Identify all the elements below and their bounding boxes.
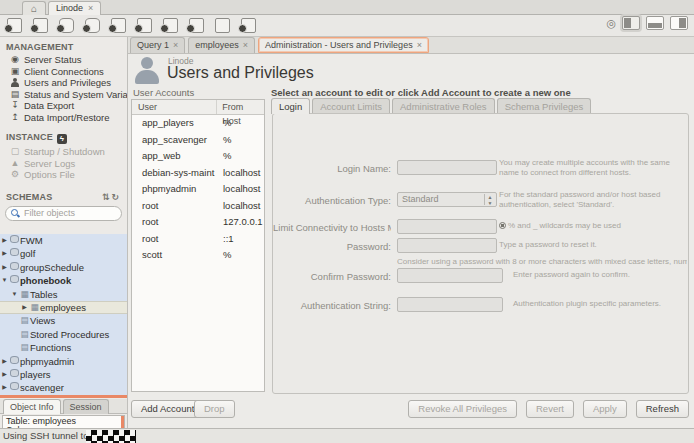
new-function-icon[interactable]: [186, 18, 203, 33]
schema-filter-input[interactable]: Filter objects: [5, 206, 122, 221]
search-table-data-icon[interactable]: [212, 18, 229, 33]
auth-string-input[interactable]: [397, 297, 503, 312]
schema-node-golf[interactable]: ▶golf: [0, 247, 127, 260]
table-row[interactable]: root::1: [132, 231, 264, 248]
table-row[interactable]: scott%: [132, 247, 264, 264]
apply-button[interactable]: Apply: [583, 400, 627, 418]
sidebar-item-status-system-variables[interactable]: ▤Status and System Variables: [0, 89, 127, 101]
tab-schema-privileges[interactable]: Schema Privileges: [497, 98, 592, 114]
chevron-down-icon[interactable]: ▼: [0, 274, 9, 287]
column-header-from-host[interactable]: From Host: [217, 100, 264, 114]
close-icon[interactable]: ×: [417, 40, 422, 50]
sidebar-item-users-and-privileges[interactable]: Users and Privileges: [0, 77, 127, 89]
spinner-icon[interactable]: ▲▼: [484, 194, 495, 205]
new-procedure-icon[interactable]: [160, 18, 177, 33]
drop-button[interactable]: Drop: [194, 400, 235, 418]
home-tab[interactable]: ⌂: [22, 1, 46, 15]
chevron-right-icon[interactable]: ▶: [0, 381, 9, 394]
refresh-schemas-icon[interactable]: ↻: [111, 192, 121, 202]
user-avatar-icon: [133, 57, 161, 85]
cell-host: %: [218, 115, 231, 132]
tab-query-1[interactable]: Query 1×: [130, 37, 185, 53]
close-icon[interactable]: ×: [173, 40, 178, 50]
chevron-right-icon[interactable]: ▶: [20, 301, 29, 314]
sidebar-item-client-connections[interactable]: ▣Client Connections: [0, 66, 127, 78]
toggle-left-sidebar-icon[interactable]: [622, 16, 640, 30]
toggle-right-sidebar-icon[interactable]: [670, 16, 688, 30]
toolbar-target-icon[interactable]: ◎: [606, 16, 616, 30]
tree-label: phonebook: [20, 274, 71, 287]
schema-node-phonebook[interactable]: ▼phonebook: [0, 274, 127, 287]
tree-node-stored-procedures[interactable]: ▤Stored Procedures: [0, 328, 127, 341]
mysql-workbench-window: ⌂ Linode× ◎ MANAGEMENT ◉Server Status ▣C…: [0, 0, 694, 443]
chevron-down-icon[interactable]: ▼: [10, 288, 19, 301]
chevron-right-icon[interactable]: ▶: [0, 355, 9, 368]
schema-icon: [10, 235, 19, 243]
reconnect-dbms-icon[interactable]: [238, 18, 255, 33]
tree-node-views[interactable]: ▤Views: [0, 314, 127, 327]
login-name-input[interactable]: [397, 160, 497, 175]
tree-node-tables[interactable]: ▼▦Tables: [0, 288, 127, 301]
tab-administration-users-privileges[interactable]: Administration - Users and Privileges×: [258, 37, 429, 53]
sidebar-item-data-export[interactable]: ↧Data Export: [0, 100, 127, 112]
tab-employees[interactable]: employees×: [188, 37, 255, 53]
auth-string-label: Authentication String:: [273, 300, 391, 311]
tree-node-functions[interactable]: ▤Functions: [0, 341, 127, 354]
cell-user: debian-sys-maint: [132, 165, 218, 182]
chevron-right-icon[interactable]: ▶: [0, 234, 9, 247]
close-icon[interactable]: ×: [88, 3, 93, 13]
table-row[interactable]: debian-sys-maintlocalhost: [132, 165, 264, 182]
schema-node-players[interactable]: ▶players: [0, 368, 127, 381]
new-table-icon[interactable]: [82, 18, 99, 33]
schema-node-groupschedule[interactable]: ▶groupSchedule: [0, 261, 127, 274]
cell-user: phpmyadmin: [132, 181, 218, 198]
table-row[interactable]: app_scavenger%: [132, 132, 264, 149]
connection-tab-linode[interactable]: Linode×: [48, 1, 101, 15]
confirm-password-input[interactable]: [397, 268, 503, 283]
cell-host: localhost: [218, 165, 261, 182]
tab-account-limits[interactable]: Account Limits: [312, 98, 390, 114]
sidebar-item-server-status[interactable]: ◉Server Status: [0, 54, 127, 66]
schema-node-fwm[interactable]: ▶FWM: [0, 234, 127, 247]
table-row[interactable]: app_players%: [132, 115, 264, 132]
chevron-right-icon[interactable]: ▶: [0, 368, 9, 381]
open-sql-script-icon[interactable]: [30, 18, 47, 33]
tree-label: Functions: [30, 341, 71, 354]
refresh-button[interactable]: Refresh: [636, 400, 689, 418]
auth-type-dropdown[interactable]: Standard▲▼: [397, 192, 497, 207]
table-row[interactable]: rootlocalhost: [132, 198, 264, 215]
login-name-label: Login Name:: [273, 163, 391, 174]
table-row[interactable]: root127.0.0.1: [132, 214, 264, 231]
schema-node-phpmyadmin[interactable]: ▶phpmyadmin: [0, 355, 127, 368]
new-query-tab-icon[interactable]: [4, 18, 21, 33]
table-row[interactable]: app_web%: [132, 148, 264, 165]
export-arrow-icon: ↧: [10, 100, 20, 112]
sidebar-splitter[interactable]: [0, 395, 127, 398]
tab-session[interactable]: Session: [63, 399, 109, 414]
sidebar-item-data-import[interactable]: ↥Data Import/Restore: [0, 112, 127, 124]
toggle-output-area-icon[interactable]: [646, 16, 664, 30]
tab-administrative-roles[interactable]: Administrative Roles: [392, 98, 495, 114]
chevron-right-icon[interactable]: ▶: [0, 247, 9, 260]
close-icon[interactable]: ×: [243, 40, 248, 50]
new-schema-icon[interactable]: [56, 18, 73, 33]
tree-node-employees[interactable]: ▶▦employees: [0, 301, 127, 314]
revoke-all-privileges-button[interactable]: Revoke All Privileges: [408, 400, 517, 418]
schema-node-scavenger[interactable]: ▶scavenger: [0, 381, 127, 394]
sidebar-item-options-file[interactable]: ⚙Options File: [0, 169, 127, 181]
revert-button[interactable]: Revert: [526, 400, 574, 418]
table-row[interactable]: phpmyadminlocalhost: [132, 181, 264, 198]
tab-object-info[interactable]: Object Info: [3, 399, 61, 414]
power-icon: ▢: [10, 146, 20, 158]
login-name-hint: You may create multiple accounts with th…: [499, 158, 685, 177]
sidebar-item-startup-shutdown[interactable]: ▢Startup / Shutdown: [0, 146, 127, 158]
new-view-icon[interactable]: [108, 18, 125, 33]
column-header-user[interactable]: User: [132, 100, 217, 114]
tab-login[interactable]: Login: [271, 98, 310, 114]
password-input[interactable]: [397, 238, 497, 253]
sidebar-item-server-logs[interactable]: ▲Server Logs: [0, 158, 127, 170]
limit-hosts-input[interactable]: [397, 219, 497, 234]
password-note: Consider using a password with 8 or more…: [397, 257, 687, 266]
new-trigger-icon[interactable]: [134, 18, 151, 33]
chevron-right-icon[interactable]: ▶: [0, 261, 9, 274]
